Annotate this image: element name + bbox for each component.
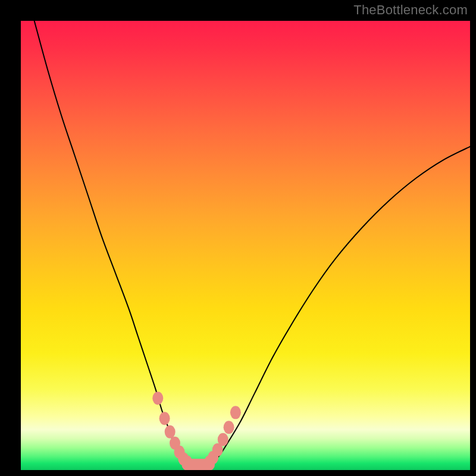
plot-gradient-area: [21, 21, 470, 470]
watermark-text: TheBottleneck.com: [353, 2, 468, 18]
outer-frame: TheBottleneck.com: [0, 0, 476, 476]
